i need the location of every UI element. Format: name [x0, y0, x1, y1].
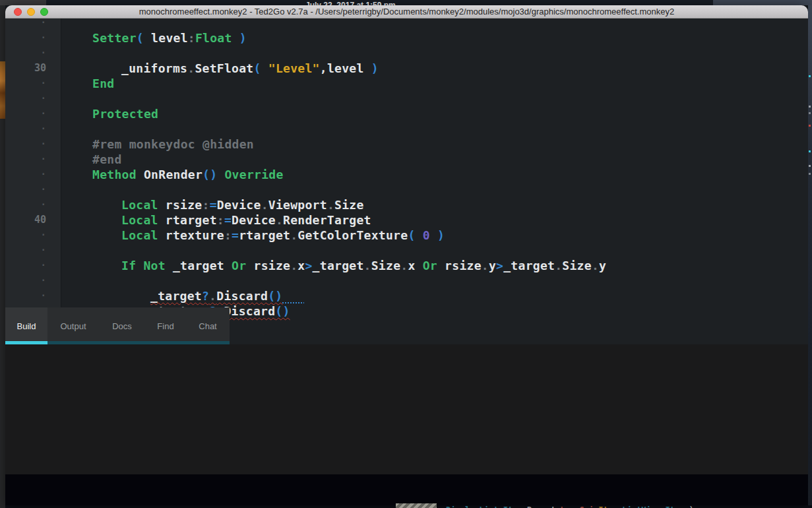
code-text: If Not _target Or rsize.x>_target.Size.x…: [121, 258, 606, 273]
tab-docs[interactable]: Docs: [99, 307, 145, 344]
code-line[interactable]: ·If Not _target Or rsize.x>_target.Size.…: [5, 258, 808, 273]
code-text: Method OnRender() Override: [92, 167, 284, 182]
screen: July 22, 2017 at 1:59 pm DisplayList.Ite…: [0, 0, 812, 508]
code-line[interactable]: ·: [5, 273, 808, 288]
code-line[interactable]: 30_uniforms.SetFloat( "Level",level ): [5, 61, 808, 76]
gutter-marker: ·: [5, 76, 46, 91]
minimap-speck: [809, 173, 811, 175]
background-code-fragment: DisplayList.Item Parent=LawnGui.Item:Lis…: [446, 505, 694, 508]
code-line[interactable]: ·Method OnRender() Override: [5, 167, 808, 182]
gutter-marker: ·: [5, 137, 46, 152]
minimize-button[interactable]: [27, 8, 35, 16]
code-text: Protected: [92, 106, 158, 121]
tab-build[interactable]: Build: [5, 307, 47, 344]
line-number: 30: [5, 61, 46, 76]
gutter-marker: ·: [5, 228, 46, 243]
code-line[interactable]: ·Local rtexture:=rtarget.GetColorTexture…: [5, 228, 808, 243]
ted2go-window: monochromeeffect.monkey2 - Ted2Go v2.7a …: [5, 5, 808, 505]
code-text: Local rtarget:=Device.RenderTarget: [121, 212, 371, 228]
code-line[interactable]: ·Protected: [5, 106, 808, 121]
close-button[interactable]: [14, 8, 22, 16]
gutter-marker: ·: [5, 167, 46, 182]
desktop-dock-patch: [396, 503, 437, 508]
tab-find[interactable]: Find: [145, 307, 186, 344]
desktop-date-text: July 22, 2017 at 1:59 pm: [305, 1, 396, 5]
code-line[interactable]: ·: [5, 91, 808, 106]
code-line[interactable]: ·: [5, 46, 808, 61]
gutter-marker: ·: [5, 197, 46, 212]
tab-output[interactable]: Output: [47, 307, 99, 344]
line-number: 40: [5, 212, 46, 228]
code-line[interactable]: 40Local rtarget:=Device.RenderTarget: [5, 212, 808, 228]
gutter-marker: ·: [5, 152, 46, 167]
code-editor[interactable]: ··Setter( level:Float )·30_uniforms.SetF…: [5, 18, 808, 344]
desktop-slate-patch: [713, 0, 812, 5]
code-line[interactable]: ·_target?.Discard(): [5, 288, 808, 303]
desktop-left-strip: [0, 5, 5, 508]
zoom-button[interactable]: [40, 8, 48, 16]
gutter-marker: ·: [5, 106, 46, 121]
gutter-marker: ·: [5, 18, 46, 30]
gutter-marker: ·: [5, 288, 46, 303]
code-text: #rem monkeydoc @hidden: [92, 137, 254, 152]
code-text: #end: [92, 152, 122, 167]
code-line[interactable]: ·: [5, 18, 808, 30]
code-line[interactable]: ·#end: [5, 152, 808, 167]
code-line[interactable]: ·Setter( level:Float ): [5, 30, 808, 46]
minimap-speck: [809, 150, 811, 152]
minimap-speck: [809, 112, 811, 114]
build-output-panel: [5, 344, 808, 474]
gutter-marker: ·: [5, 258, 46, 273]
code-text: _uniforms.SetFloat( "Level",level ): [121, 61, 379, 76]
gutter-marker: ·: [5, 121, 46, 137]
window-title: monochromeeffect.monkey2 - Ted2Go v2.7a …: [139, 7, 674, 16]
gutter-marker: ·: [5, 273, 46, 288]
code-text: Local rsize:=Device.Viewport.Size: [121, 197, 364, 212]
code-text: Setter( level:Float ): [92, 30, 247, 46]
gutter-marker: ·: [5, 30, 46, 46]
minimap-speck: [809, 75, 811, 77]
bottom-panel-tabbar: BuildOutputDocsFindChat: [5, 307, 230, 344]
code-text: Local rtexture:=rtarget.GetColorTexture(…: [121, 228, 445, 243]
wallpaper-patch: [0, 61, 5, 119]
desktop-right-strip: [808, 5, 812, 505]
code-line[interactable]: ·: [5, 243, 808, 258]
gutter-marker: ·: [5, 243, 46, 258]
code-line[interactable]: ·Local rsize:=Device.Viewport.Size: [5, 197, 808, 212]
minimap-speck: [809, 165, 811, 167]
code-line[interactable]: ·: [5, 182, 808, 197]
code-line[interactable]: ·: [5, 121, 808, 137]
code-text: End: [92, 76, 114, 91]
code-line[interactable]: ·End: [5, 76, 808, 91]
gutter-marker: ·: [5, 91, 46, 106]
console-area: [5, 474, 808, 505]
desktop-menubar-strip: July 22, 2017 at 1:59 pm: [0, 0, 812, 5]
code-text: _target?.Discard(): [150, 288, 305, 303]
gutter-marker: ·: [5, 182, 46, 197]
minimap-speck: [809, 106, 811, 108]
gutter-marker: ·: [5, 46, 46, 61]
tab-chat[interactable]: Chat: [186, 307, 230, 344]
desktop-gray-patch: [0, 0, 46, 5]
traffic-lights: [14, 8, 48, 16]
code-line[interactable]: ·#rem monkeydoc @hidden: [5, 137, 808, 152]
window-titlebar[interactable]: monochromeeffect.monkey2 - Ted2Go v2.7a …: [5, 5, 808, 18]
minimap-speck: [809, 125, 811, 127]
